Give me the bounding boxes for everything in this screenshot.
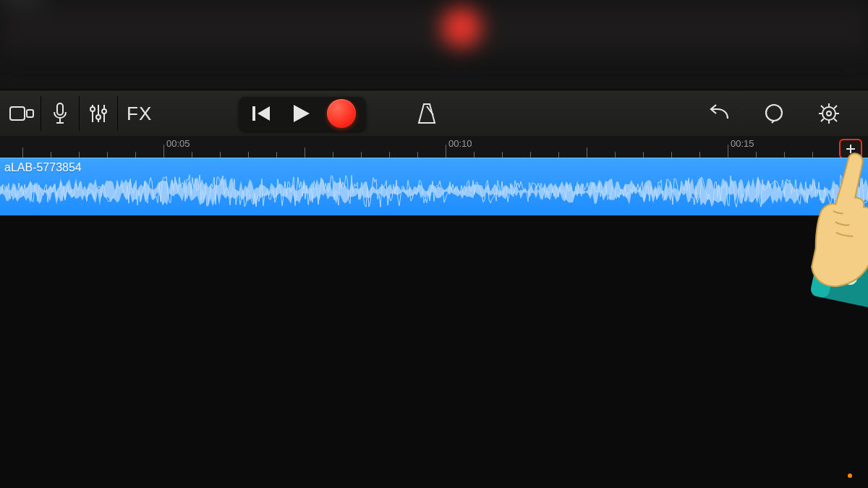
svg-point-10 — [102, 109, 106, 114]
loop-browser-button[interactable] — [757, 96, 791, 131]
svg-marker-13 — [294, 105, 310, 122]
waveform — [0, 174, 868, 209]
timeline-ruler[interactable]: 00:0500:1000:15 — [0, 136, 868, 158]
metronome-button[interactable] — [409, 96, 444, 131]
add-section-button[interactable] — [839, 139, 862, 159]
track-controls-button[interactable] — [81, 96, 116, 131]
go-to-beginning-button[interactable] — [243, 96, 281, 131]
notification-dot — [848, 474, 852, 478]
blurred-background — [0, 0, 868, 87]
svg-rect-2 — [57, 103, 63, 115]
record-button[interactable] — [321, 96, 362, 131]
svg-line-25 — [821, 119, 824, 121]
svg-point-15 — [766, 105, 782, 121]
tracks-view-button[interactable] — [4, 96, 39, 131]
settings-button[interactable] — [812, 96, 846, 131]
play-button[interactable] — [281, 96, 321, 131]
record-icon — [327, 99, 356, 128]
ruler-time-label: 00:15 — [731, 138, 754, 149]
region-name: aLAB-5773854 — [4, 161, 82, 174]
svg-point-17 — [827, 111, 831, 116]
control-bar: FX — [0, 90, 868, 137]
app-window: FX — [0, 0, 868, 488]
fx-button[interactable]: FX — [119, 96, 159, 131]
svg-point-16 — [822, 107, 835, 120]
audio-region[interactable]: aLAB-5773854 — [0, 158, 868, 217]
svg-line-22 — [821, 106, 824, 108]
fx-label: FX — [119, 103, 159, 125]
tracks-area[interactable] — [0, 215, 868, 488]
svg-marker-12 — [258, 106, 270, 121]
svg-line-23 — [834, 119, 837, 121]
ruler-time-label: 00:05 — [166, 138, 190, 149]
ruler-time-label: 00:10 — [448, 138, 472, 149]
svg-line-24 — [834, 106, 837, 108]
undo-button[interactable] — [702, 96, 736, 131]
svg-point-6 — [90, 107, 95, 111]
transport-cluster — [239, 96, 366, 131]
microphone-button[interactable] — [43, 96, 77, 131]
svg-rect-1 — [27, 110, 33, 117]
svg-point-8 — [96, 115, 101, 119]
svg-rect-11 — [252, 106, 255, 121]
svg-rect-0 — [10, 107, 25, 120]
